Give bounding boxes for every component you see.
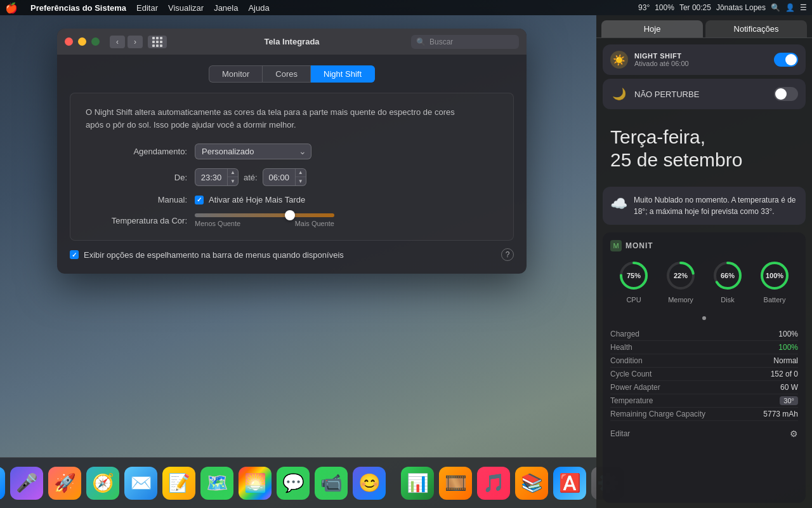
night-shift-toggle[interactable] — [774, 53, 798, 67]
dnd-toggle[interactable] — [774, 87, 798, 101]
manual-row: Manual: Ativar até Hoje Mais Tarde — [86, 195, 498, 204]
dock-books[interactable]: 📚 — [515, 467, 548, 500]
window-content: Monitor Cores Night Shift O Night Shift … — [57, 55, 527, 274]
menubar: 🍎 Preferências do Sistema Editar Visuali… — [0, 0, 812, 15]
from-time-input: ▲ ▼ — [195, 168, 239, 186]
form-rows: Agendamento: Personalizado Do Pôr ao Nas… — [86, 144, 498, 227]
temp-slider-track[interactable] — [195, 213, 334, 217]
from-time-field[interactable] — [195, 170, 227, 185]
from-spin-down[interactable]: ▼ — [228, 177, 238, 185]
menubar-avatar[interactable]: 👤 — [785, 3, 795, 12]
monit-cpu: 75% CPU — [617, 259, 650, 304]
stat-temp-value: 30° — [780, 396, 798, 405]
dock-finder[interactable]: 😊 — [0, 467, 5, 500]
disk-chart: 66% — [711, 259, 744, 292]
window-minimize-btn[interactable] — [78, 37, 86, 46]
monit-battery: 100% Battery — [758, 259, 791, 304]
temp-row: Temperatura da Cor: Menos Quente Mais Qu… — [86, 213, 498, 227]
night-shift-icon: ☀️ — [610, 51, 628, 69]
menubar-right: 93° 100% Ter 00:25 Jônatas Lopes 🔍 👤 ☰ — [638, 3, 807, 12]
monit-memory: 22% Memory — [664, 259, 697, 304]
to-spin-down[interactable]: ▼ — [296, 177, 306, 185]
dock-safari[interactable]: 🧭 — [86, 467, 119, 500]
help-button[interactable]: ? — [501, 248, 514, 261]
tab-today[interactable]: Hoje — [601, 20, 703, 37]
monit-footer: Editar ⚙ — [610, 424, 798, 439]
schedule-label: Agendamento: — [86, 147, 187, 156]
dock-facetime[interactable]: 📹 — [315, 467, 348, 500]
window-titlebar: ‹ › Tela Integrada 🔍 — [57, 29, 527, 55]
dock-siri[interactable]: 🎤 — [10, 467, 43, 500]
temp-slider-thumb[interactable] — [285, 210, 295, 220]
dock-keynote[interactable]: 🎞️ — [439, 467, 472, 500]
tab-notifications[interactable]: Notificações — [705, 20, 807, 37]
search-input[interactable] — [429, 37, 514, 46]
monit-disk: 66% Disk — [711, 259, 744, 304]
menubar-user: Jônatas Lopes — [716, 3, 766, 12]
dock-photos[interactable]: 🌅 — [239, 467, 272, 500]
books-icon: 📚 — [521, 472, 543, 493]
dock-launchpad[interactable]: 🚀 — [48, 467, 81, 500]
footer-checkbox[interactable] — [70, 250, 79, 259]
notes-icon: 📝 — [168, 472, 190, 493]
dnd-title: NÃO PERTURBE — [634, 90, 768, 99]
window-forward-btn[interactable]: › — [128, 36, 143, 48]
menubar-search-icon[interactable]: 🔍 — [771, 3, 780, 12]
menubar-left: 🍎 Preferências do Sistema Editar Visuali… — [5, 2, 270, 14]
window-grid-btn[interactable] — [148, 36, 167, 48]
menubar-help[interactable]: Ajuda — [248, 3, 269, 13]
siri-icon: 🎤 — [16, 472, 38, 493]
manual-checkbox[interactable] — [195, 196, 204, 204]
menubar-edit[interactable]: Editar — [136, 3, 158, 13]
dock-music[interactable]: 🎵 — [477, 467, 510, 500]
dock-maps[interactable]: 🗺️ — [200, 467, 233, 500]
dock-notes[interactable]: 📝 — [162, 467, 195, 500]
stat-condition: Condition Normal — [610, 354, 798, 368]
menubar-view[interactable]: Visualizar — [168, 3, 204, 13]
from-spin-up[interactable]: ▲ — [228, 169, 238, 177]
menubar-app-name[interactable]: Preferências do Sistema — [30, 3, 126, 13]
schedule-select[interactable]: Personalizado Do Pôr ao Nascer do Sol Nu… — [195, 144, 311, 159]
window-back-btn[interactable]: ‹ — [110, 36, 125, 48]
dock-appstore[interactable]: 🅰️ — [553, 467, 586, 500]
dock-numbers[interactable]: 📊 — [401, 467, 434, 500]
to-time-field[interactable] — [263, 170, 295, 185]
stat-cycle-value: 152 of 0 — [771, 370, 798, 378]
stat-charged-label: Charged — [610, 330, 639, 338]
stat-charged-value: 100% — [778, 330, 798, 338]
maps-icon: 🗺️ — [206, 472, 228, 493]
window-title: Tela Integrada — [264, 37, 319, 46]
to-spin-up[interactable]: ▲ — [296, 169, 306, 177]
tab-cores[interactable]: Cores — [262, 65, 311, 83]
battery-label: 100% — [758, 259, 791, 292]
stat-power-label: Power Adapter — [610, 383, 660, 392]
stat-condition-label: Condition — [610, 356, 643, 365]
apple-menu[interactable]: 🍎 — [5, 2, 18, 14]
keynote-icon: 🎞️ — [445, 472, 467, 493]
cpu-name: CPU — [626, 296, 641, 304]
tab-night-shift[interactable]: Night Shift — [311, 65, 375, 83]
to-time-input: ▲ ▼ — [263, 168, 306, 186]
dock-memoji[interactable]: 😊 — [353, 467, 386, 500]
monit-edit-btn[interactable]: Editar — [610, 429, 630, 438]
temp-label: Temperatura da Cor: — [86, 216, 187, 225]
menubar-list-icon[interactable]: ☰ — [800, 3, 807, 12]
menubar-window[interactable]: Janela — [214, 3, 238, 13]
temp-less-hot: Menos Quente — [195, 220, 240, 227]
window-maximize-btn[interactable] — [91, 37, 100, 46]
window-close-btn[interactable] — [65, 37, 73, 46]
window-controls — [65, 37, 100, 46]
monit-settings-icon[interactable]: ⚙ — [790, 429, 798, 439]
mail-icon: ✉️ — [130, 472, 152, 493]
night-shift-text: NIGHT SHIFT Ativado até 06:00 — [634, 52, 768, 67]
dock-mail[interactable]: ✉️ — [124, 467, 157, 500]
tab-monitor[interactable]: Monitor — [209, 65, 262, 83]
monit-icon: M — [610, 240, 622, 251]
weather-text: Muito Nublado no momento. A temperatura … — [634, 194, 798, 217]
dock-messages[interactable]: 💬 — [277, 467, 310, 500]
music-icon: 🎵 — [483, 472, 505, 493]
from-label: De: — [86, 173, 187, 182]
to-spinner: ▲ ▼ — [295, 169, 306, 185]
appstore-icon: 🅰️ — [559, 472, 581, 493]
safari-icon: 🧭 — [92, 472, 114, 493]
